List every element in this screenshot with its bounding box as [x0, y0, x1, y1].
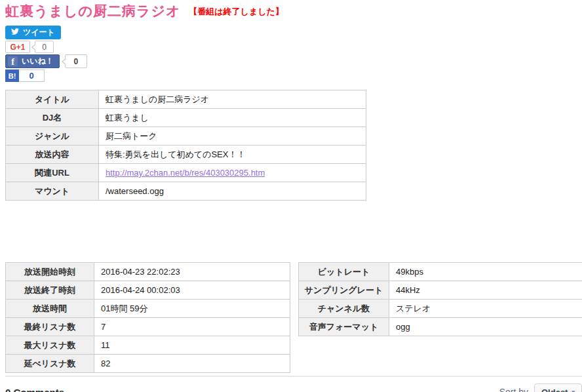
stats-section: 放送開始時刻 2016-04-23 22:02:23 放送終了時刻 2016-0…: [5, 262, 582, 373]
table-row: 延べリスナ数 82: [6, 355, 290, 373]
row-label: ジャンル: [6, 127, 99, 146]
gplus-count: 0: [42, 43, 47, 52]
broadcast-title: 虹裏うましの厨二病ラジオ: [5, 3, 180, 18]
tweet-row: ツイート: [5, 26, 582, 39]
row-label: タイトル: [6, 90, 99, 109]
hatena-count: 0: [19, 69, 45, 82]
facebook-count: 0: [74, 57, 79, 66]
chevron-down-icon: ▾: [572, 389, 575, 392]
table-row: 放送時間 01時間 59分: [6, 300, 290, 318]
row-value: 7: [94, 318, 290, 336]
gplus-button[interactable]: G+1: [5, 41, 30, 53]
row-label: チャンネル数: [299, 300, 389, 318]
comments-count: 0 Comments: [5, 387, 64, 392]
table-row: 関連URL http://may.2chan.net/b/res/4030302…: [6, 164, 366, 182]
facebook-like-row: f いいね！ 0: [5, 54, 582, 68]
row-value: 49kbps: [389, 263, 582, 281]
row-label: 放送時間: [6, 300, 94, 318]
hatena-bookmark-button[interactable]: B! 0: [5, 69, 45, 82]
facebook-count-bubble: 0: [65, 54, 87, 68]
tweet-button[interactable]: ツイート: [5, 26, 61, 39]
row-value: 厨二病トーク: [99, 127, 366, 146]
tweet-button-label: ツイート: [23, 27, 55, 38]
broadcast-stats-table: 放送開始時刻 2016-04-23 22:02:23 放送終了時刻 2016-0…: [5, 262, 290, 373]
row-value: 82: [94, 355, 290, 373]
gplus-count-bubble: 0: [35, 41, 54, 53]
row-value: 虹裏うまし: [99, 109, 366, 127]
table-row: サンプリングレート 44kHz: [299, 281, 582, 300]
table-row: 音声フォーマット ogg: [299, 318, 582, 336]
table-row: ジャンル 厨二病トーク: [6, 127, 366, 146]
row-label: 関連URL: [6, 164, 99, 182]
table-row: マウント /waterseed.ogg: [6, 182, 366, 201]
gplus-row: G+1 0: [5, 41, 582, 53]
sort-selected-value: Oldest: [541, 387, 568, 392]
table-row: 最大リスナ数 11: [6, 336, 290, 355]
row-label: サンプリングレート: [299, 281, 389, 300]
hatena-b-icon: B!: [5, 69, 19, 82]
row-value: 44kHz: [389, 281, 582, 300]
row-label: 延べリスナ数: [6, 355, 94, 373]
row-label: 放送終了時刻: [6, 281, 94, 300]
row-value: 虹裏うましの厨二病ラジオ: [99, 90, 366, 109]
gplus-icon: G+1: [10, 43, 25, 52]
row-value: ステレオ: [389, 300, 582, 318]
row-label: マウント: [6, 182, 99, 201]
table-row: DJ名 虹裏うまし: [6, 109, 366, 127]
row-value: 特集:勇気を出して初めてのSEX！！: [99, 146, 366, 164]
row-label: ビットレート: [299, 263, 389, 281]
row-label: 最終リスナ数: [6, 318, 94, 336]
sort-by-label: Sort by: [499, 387, 528, 392]
twitter-bird-icon: [10, 28, 20, 37]
page: 虹裏うましの厨二病ラジオ 【番組は終了しました】 ツイート G+1 0 f いい…: [0, 0, 582, 392]
spacer: [5, 201, 582, 262]
table-row: 放送内容 特集:勇気を出して初めてのSEX！！: [6, 146, 366, 164]
facebook-like-label: いいね！: [22, 56, 54, 67]
stream-format-table: ビットレート 49kbps サンプリングレート 44kHz チャンネル数 ステレ…: [298, 262, 582, 336]
row-value: 11: [94, 336, 290, 355]
table-row: タイトル 虹裏うましの厨二病ラジオ: [6, 90, 366, 109]
broadcast-info-table: タイトル 虹裏うましの厨二病ラジオ DJ名 虹裏うまし ジャンル 厨二病トーク …: [5, 90, 366, 201]
table-row: ビットレート 49kbps: [299, 263, 582, 281]
table-row: 最終リスナ数 7: [6, 318, 290, 336]
table-row: 放送開始時刻 2016-04-23 22:02:23: [6, 263, 290, 281]
row-value: /waterseed.ogg: [99, 182, 366, 201]
row-label: DJ名: [6, 109, 99, 127]
facebook-f-icon: f: [8, 56, 18, 66]
row-value: 2016-04-23 22:02:23: [94, 263, 290, 281]
facebook-like-button[interactable]: f いいね！: [5, 54, 60, 68]
row-label: 音声フォーマット: [299, 318, 389, 336]
sort-area: Sort by Oldest ▾: [499, 383, 582, 392]
comments-header: 0 Comments Sort by Oldest ▾: [5, 383, 582, 392]
sort-dropdown-button[interactable]: Oldest ▾: [534, 383, 582, 392]
row-value: 2016-04-24 00:02:03: [94, 281, 290, 300]
social-share-bar: ツイート G+1 0 f いいね！ 0 B! 0: [5, 26, 582, 82]
page-title: 虹裏うましの厨二病ラジオ 【番組は終了しました】: [5, 3, 582, 20]
comments-section: 0 Comments Sort by Oldest ▾: [5, 376, 582, 392]
hatena-row: B! 0: [5, 69, 582, 82]
row-label: 放送内容: [6, 146, 99, 164]
table-row: チャンネル数 ステレオ: [299, 300, 582, 318]
row-label: 最大リスナ数: [6, 336, 94, 355]
table-row: 放送終了時刻 2016-04-24 00:02:03: [6, 281, 290, 300]
program-ended-notice: 【番組は終了しました】: [189, 7, 284, 16]
row-value: 01時間 59分: [94, 300, 290, 318]
row-value: ogg: [389, 318, 582, 336]
row-label: 放送開始時刻: [6, 263, 94, 281]
related-url-link[interactable]: http://may.2chan.net/b/res/403030295.htm: [106, 168, 265, 178]
